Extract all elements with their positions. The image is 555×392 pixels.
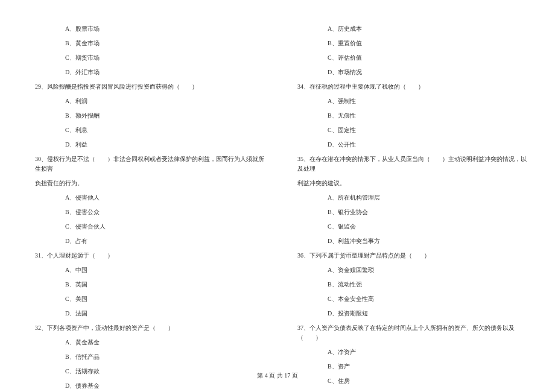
q29-option-b: B、额外报酬 — [65, 111, 268, 121]
q34-option-c: C、固定性 — [328, 125, 531, 135]
q30-text: 30、侵权行为是不法（ ）非法合同权利或者受法律保护的利益，因而行为人须就所生损… — [35, 154, 268, 174]
q36-text: 36、下列不属于货币型理财产品特点的是（ ） — [297, 251, 531, 261]
page-content: A、股票市场 B、黄金市场 C、期货市场 D、外汇市场 29、风险报酬是指投资者… — [18, 24, 537, 362]
q34-option-d: D、公开性 — [328, 140, 531, 150]
q28-option-a: A、股票市场 — [65, 24, 268, 34]
q34-text: 34、在征税的过程中主要体现了税收的（ ） — [297, 82, 531, 92]
q31-option-a: A、中国 — [65, 265, 268, 275]
right-column: A、历史成本 B、重置价值 C、评估价值 D、市场情况 34、在征税的过程中主要… — [281, 24, 537, 362]
q31-option-c: C、美国 — [65, 294, 268, 304]
q28-option-c: C、期货市场 — [65, 53, 268, 63]
q28-option-d: D、外汇市场 — [65, 68, 268, 77]
q29-text: 29、风险报酬是指投资者因冒风险进行投资而获得的（ ） — [35, 82, 268, 92]
q37-option-a: A、净资产 — [328, 347, 531, 357]
q32-option-d: D、债券基金 — [65, 381, 268, 391]
q33-option-d: D、市场情况 — [328, 68, 531, 77]
q32-option-b: B、信托产品 — [65, 352, 268, 362]
q29-option-c: C、利息 — [65, 125, 268, 135]
left-column: A、股票市场 B、黄金市场 C、期货市场 D、外汇市场 29、风险报酬是指投资者… — [18, 24, 274, 362]
q28-option-b: B、黄金市场 — [65, 39, 268, 48]
q30-option-c: C、侵害合伙人 — [65, 222, 268, 232]
page-footer: 第 4 页 共 17 页 — [0, 371, 555, 380]
q32-option-a: A、黄金基金 — [65, 338, 268, 347]
q31-option-d: D、法国 — [65, 309, 268, 318]
q30-text-cont: 负担责任的行为。 — [35, 179, 268, 188]
q31-text: 31、个人理财起源于（ ） — [35, 251, 268, 261]
q36-option-a: A、资金赎回繁琐 — [328, 265, 531, 275]
q35-option-b: B、银行业协会 — [328, 207, 531, 217]
q37-text: 37、个人资产负债表反映了在特定的时间点上个人所拥有的资产、所欠的债务以及（ ） — [297, 323, 531, 343]
q31-option-b: B、英国 — [65, 280, 268, 289]
q35-text-cont: 利益冲突的建议。 — [297, 179, 531, 188]
q36-option-c: C、本金安全性高 — [328, 294, 531, 304]
q34-option-a: A、强制性 — [328, 96, 531, 106]
q33-option-a: A、历史成本 — [328, 24, 531, 34]
q33-option-b: B、重置价值 — [328, 39, 531, 48]
q36-option-b: B、流动性强 — [328, 280, 531, 289]
q30-option-a: A、侵害他人 — [65, 193, 268, 203]
q34-option-b: B、无偿性 — [328, 111, 531, 121]
q36-option-d: D、投资期限短 — [328, 309, 531, 318]
q35-option-d: D、利益冲突当事方 — [328, 236, 531, 246]
q29-option-d: D、利益 — [65, 140, 268, 150]
q35-option-c: C、银监会 — [328, 222, 531, 232]
q35-option-a: A、所在机构管理层 — [328, 193, 531, 203]
q30-option-d: D、占有 — [65, 236, 268, 246]
q35-text: 35、在存在潜在冲突的情形下，从业人员应当向（ ）主动说明利益冲突的情况，以及处… — [297, 154, 531, 174]
q30-option-b: B、侵害公众 — [65, 207, 268, 217]
q33-option-c: C、评估价值 — [328, 53, 531, 63]
q37-option-b: B、资产 — [328, 362, 531, 371]
q29-option-a: A、利润 — [65, 96, 268, 106]
q32-text: 32、下列各项资产中，流动性最好的资产是（ ） — [35, 323, 268, 333]
